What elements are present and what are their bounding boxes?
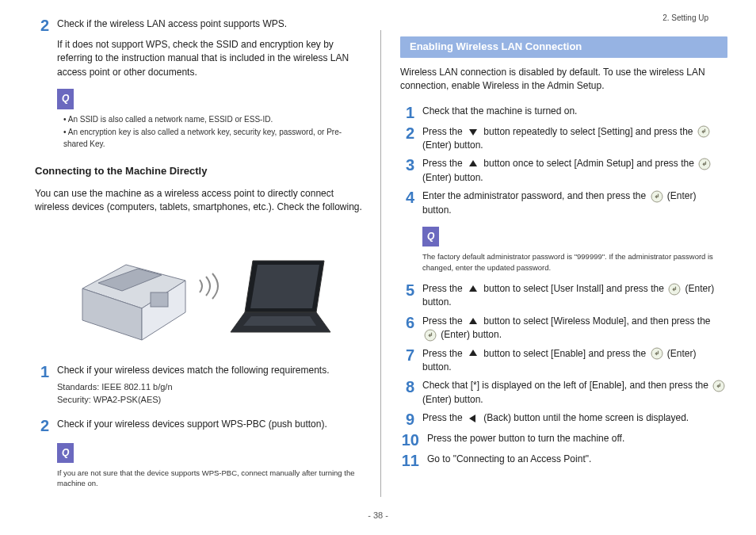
step-number: 1 [400,105,414,120]
memo-pbc: If you are not sure that the device supp… [57,468,362,489]
step-number: 2 [35,418,49,434]
spec-standards: Standards: IEEE 802.11 b/g/n [57,381,362,394]
enable-step-11: 11 Go to "Connecting to an Access Point"… [400,453,727,468]
step-text: Press the button repeatedly to select [S… [422,125,727,153]
subheading-direct: Connecting to the Machine Directly [35,164,362,179]
step-text: Go to "Connecting to an Access Point". [427,453,727,468]
enable-step-2: 2 Press the button repeatedly to select … [400,125,727,153]
up-arrow-icon [467,315,479,328]
enter-button-icon [668,283,681,296]
enable-step-10: 10 Press the power button to turn the ma… [400,432,727,448]
enter-button-icon [698,158,711,170]
enter-button-icon [424,329,437,342]
step-number: 10 [400,432,419,448]
step-number: 6 [400,315,414,342]
step-number: 8 [400,379,414,407]
memo-default-password: The factory default administrator passwo… [422,251,727,273]
enter-button-icon [651,190,663,203]
up-arrow-icon [467,283,479,296]
step-text: Check if your wireless devices support W… [57,418,362,434]
step-text: Press the button to select [Enable] and … [422,347,727,375]
left-column: 2 Check if the wireless LAN access point… [35,17,381,521]
memo-icon: Q [57,443,74,463]
memo-icon: Q [57,89,74,109]
step-number: 3 [400,157,414,185]
enable-step-5: 5 Press the button to select [User Insta… [400,282,727,310]
svg-marker-12 [243,316,316,326]
enable-step-4: 4 Enter the administrator password, and … [400,189,727,217]
step-number: 4 [400,189,414,217]
enable-step-9: 9 Press the (Back) button until the home… [400,411,727,427]
left-arrow-icon [467,412,479,425]
up-arrow-icon [467,347,479,360]
down-arrow-icon [467,125,479,138]
enter-button-icon [651,347,663,360]
step-detail: If it does not support WPS, check the SS… [57,38,362,79]
direct-step-1: 1 Check if your wireless devices match t… [35,364,362,380]
spec-security: Security: WPA2-PSK(AES) [57,394,362,407]
step-number: 7 [400,347,414,375]
enter-button-icon [697,125,710,138]
step-number: 2 [400,125,414,153]
step-text: Enter the administrator password, and th… [422,189,727,217]
step-text: Check if the wireless LAN access point s… [57,17,362,33]
step-number: 1 [35,364,49,380]
step-number: 11 [400,453,419,468]
step-text: Press the power button to turn the machi… [427,432,727,448]
svg-rect-8 [151,292,168,307]
wps-step-2: 2 Check if the wireless LAN access point… [35,17,362,33]
svg-marker-10 [250,265,319,308]
memo-bullets: An SSID is also called a network name, E… [63,114,362,151]
step-text: Check that [*] is displayed on the left … [422,379,727,407]
bullet-item: An encryption key is also called a netwo… [63,127,362,150]
step-number: 9 [400,411,414,427]
step-number: 2 [35,17,49,33]
page-number: - 38 - [0,510,756,522]
enable-step-8: 8 Check that [*] is displayed on the lef… [400,379,727,407]
up-arrow-icon [467,158,479,170]
section-intro: Wireless LAN connection is disabled by d… [400,66,727,94]
enter-button-icon [712,380,725,392]
step-text: Check that the machine is turned on. [422,105,727,120]
step-text: Press the button once to select [Admin S… [422,157,727,185]
step-text: Press the (Back) button until the home s… [422,411,727,427]
step-text: Press the button to select [User Install… [422,282,727,310]
subhead-body: You can use the machine as a wireless ac… [35,187,362,215]
memo-icon: Q [422,227,439,246]
step-text: Press the button to select [Wireless Mod… [422,315,727,342]
section-title-bar: Enabling Wireless LAN Connection [400,36,727,58]
enable-step-3: 3 Press the button once to select [Admin… [400,157,727,185]
enable-step-7: 7 Press the button to select [Enable] an… [400,347,727,375]
right-column: Enabling Wireless LAN Connection Wireles… [381,17,727,521]
enable-step-1: 1 Check that the machine is turned on. [400,105,727,120]
direct-step-2: 2 Check if your wireless devices support… [35,418,362,434]
specs-list: Standards: IEEE 802.11 b/g/n Security: W… [57,381,362,407]
enable-step-6: 6 Press the button to select [Wireless M… [400,315,727,342]
printer-laptop-figure [35,229,362,348]
step-text: Check if your wireless devices match the… [57,364,362,380]
step-number: 5 [400,282,414,310]
bullet-item: An SSID is also called a network name, E… [63,114,362,126]
